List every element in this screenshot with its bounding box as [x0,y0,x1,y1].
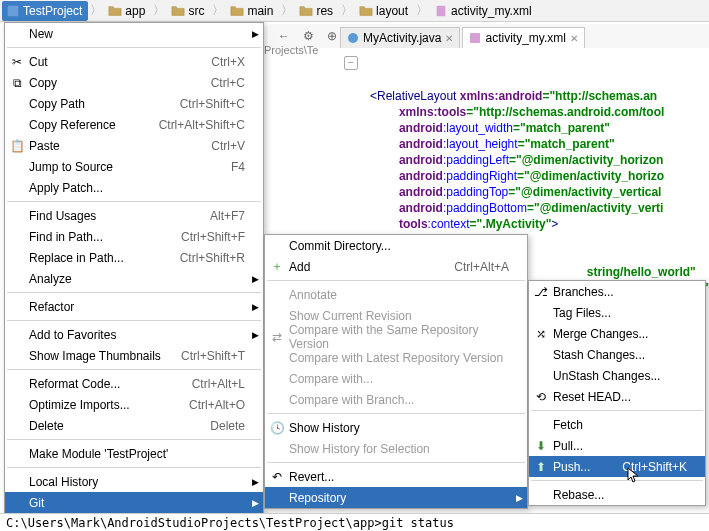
svg-rect-1 [437,5,446,16]
menu-label: Repository [289,491,346,505]
code-token: android [399,201,443,215]
menu-separator [7,47,261,48]
submenu-arrow-icon: ▶ [252,477,259,487]
menu-item-delete[interactable]: DeleteDelete [5,415,263,436]
fold-icon[interactable]: − [344,56,358,70]
menu-item-refactor[interactable]: Refactor▶ [5,296,263,317]
menu-item-make-module[interactable]: Make Module 'TestProject' [5,443,263,464]
code-token: ="http://schemas.an [542,89,657,103]
editor-tabs: MyActivity.java ✕ activity_my.xml ✕ [340,24,587,48]
menu-shortcut: Ctrl+Shift+C [180,97,245,111]
breadcrumb-separator: 〉 [153,2,165,19]
gear-icon[interactable]: ⚙ [298,26,318,46]
plus-icon: ＋ [269,259,285,275]
code-token: :context [428,217,470,231]
target-icon[interactable]: ⊕ [322,26,342,46]
breadcrumb-item-file[interactable]: activity_my.xml [430,1,537,21]
tab-label: MyActivity.java [363,31,441,45]
menu-item-reformat-code[interactable]: Reformat Code...Ctrl+Alt+L [5,373,263,394]
submenu-arrow-icon: ▶ [252,274,259,284]
submenu-arrow-icon: ▶ [252,29,259,39]
menu-item-unstash-changes[interactable]: UnStash Changes... [529,365,705,386]
menu-label: Compare with Branch... [289,393,414,407]
menu-item-reset-head[interactable]: ⟲Reset HEAD... [529,386,705,407]
menu-shortcut: Alt+F7 [210,209,245,223]
menu-item-pull[interactable]: ⬇Pull... [529,435,705,456]
menu-item-merge-changes[interactable]: ⤮Merge Changes... [529,323,705,344]
tab-myactivity[interactable]: MyActivity.java ✕ [340,27,460,48]
back-icon[interactable]: ← [274,26,294,46]
submenu-arrow-icon: ▶ [252,302,259,312]
menu-item-new[interactable]: New▶ [5,23,263,44]
menu-shortcut: Ctrl+V [211,139,245,153]
menu-item-find-in-path[interactable]: Find in Path...Ctrl+Shift+F [5,226,263,247]
menu-item-show-image-thumbnails[interactable]: Show Image ThumbnailsCtrl+Shift+T [5,345,263,366]
breadcrumb-separator: 〉 [416,2,428,19]
code-token: xmlns: [460,89,499,103]
breadcrumb-label: activity_my.xml [451,4,531,18]
menu-separator [267,280,525,281]
svg-rect-3 [470,33,480,43]
menu-item-paste[interactable]: 📋PasteCtrl+V [5,135,263,156]
menu-label: Revert... [289,470,334,484]
menu-item-copy-path[interactable]: Copy PathCtrl+Shift+C [5,93,263,114]
menu-shortcut: Delete [210,419,245,433]
breadcrumb-item-src[interactable]: src [167,1,210,21]
menu-item-analyze[interactable]: Analyze▶ [5,268,263,289]
menu-item-git[interactable]: Git▶ [5,492,263,513]
breadcrumb-item-main[interactable]: main [226,1,279,21]
reset-icon: ⟲ [533,389,549,405]
menu-item-rebase[interactable]: Rebase... [529,484,705,505]
menu-label: Rebase... [553,488,604,502]
menu-item-commit-directory[interactable]: Commit Directory... [265,235,527,256]
menu-item-copy-reference[interactable]: Copy ReferenceCtrl+Alt+Shift+C [5,114,263,135]
menu-label: Merge Changes... [553,327,648,341]
menu-item-replace-in-path[interactable]: Replace in Path...Ctrl+Shift+R [5,247,263,268]
code-token: android [399,169,443,183]
breadcrumb-separator: 〉 [341,2,353,19]
menu-label: Replace in Path... [29,251,124,265]
push-icon: ⬆ [533,459,549,475]
menu-item-add-to-favorites[interactable]: Add to Favorites▶ [5,324,263,345]
menu-label: Copy Path [29,97,85,111]
menu-item-cut[interactable]: ✂CutCtrl+X [5,51,263,72]
menu-label: Show History [289,421,360,435]
menu-label: Apply Patch... [29,181,103,195]
svg-rect-0 [8,5,19,16]
menu-label: Find Usages [29,209,96,223]
menu-item-jump-to-source[interactable]: Jump to SourceF4 [5,156,263,177]
menu-item-stash-changes[interactable]: Stash Changes... [529,344,705,365]
breadcrumb: TestProject 〉 app 〉 src 〉 main 〉 res 〉 l… [0,0,709,22]
close-icon[interactable]: ✕ [570,33,578,44]
menu-item-revert[interactable]: ↶Revert... [265,466,527,487]
menu-item-copy[interactable]: ⧉CopyCtrl+C [5,72,263,93]
menu-item-local-history[interactable]: Local History▶ [5,471,263,492]
tab-activity-my-xml[interactable]: activity_my.xml ✕ [462,27,584,48]
menu-item-push[interactable]: ⬆Push...Ctrl+Shift+K [529,456,705,477]
code-token: android [399,153,443,167]
menu-item-fetch[interactable]: Fetch [529,414,705,435]
pull-icon: ⬇ [533,438,549,454]
menu-shortcut: Ctrl+Shift+R [180,251,245,265]
menu-item-tag-files[interactable]: Tag Files... [529,302,705,323]
code-token: android [399,137,443,151]
menu-label: Show Image Thumbnails [29,349,161,363]
breadcrumb-item-project[interactable]: TestProject [2,1,88,21]
menu-item-optimize-imports[interactable]: Optimize Imports...Ctrl+Alt+O [5,394,263,415]
code-token: =".MyActivity" [470,217,552,231]
breadcrumb-item-layout[interactable]: layout [355,1,414,21]
menu-item-find-usages[interactable]: Find UsagesAlt+F7 [5,205,263,226]
menu-item-show-history[interactable]: 🕓Show History [265,417,527,438]
breadcrumb-item-app[interactable]: app [104,1,151,21]
context-menu-project: New▶ ✂CutCtrl+X ⧉CopyCtrl+C Copy PathCtr… [4,22,264,531]
menu-item-apply-patch[interactable]: Apply Patch... [5,177,263,198]
scissors-icon: ✂ [9,54,25,70]
close-icon[interactable]: ✕ [445,33,453,44]
menu-label: Pull... [553,439,583,453]
menu-item-branches[interactable]: ⎇Branches... [529,281,705,302]
menu-item-repository[interactable]: Repository▶ [265,487,527,508]
terminal-output[interactable]: C:\Users\Mark\AndroidStudioProjects\Test… [0,513,709,531]
breadcrumb-item-res[interactable]: res [295,1,339,21]
menu-item-add[interactable]: ＋AddCtrl+Alt+A [265,256,527,277]
breadcrumb-label: app [125,4,145,18]
